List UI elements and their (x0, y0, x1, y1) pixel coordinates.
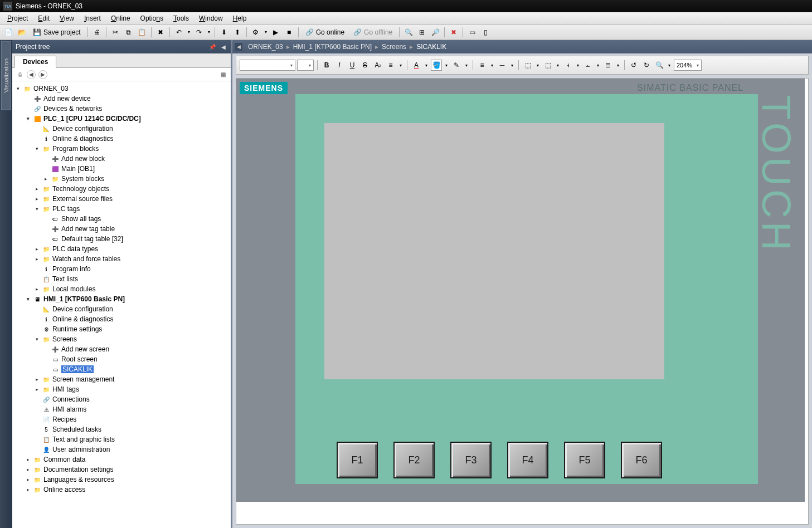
border-button[interactable]: ─ (497, 60, 508, 71)
distribute-dropdown[interactable]: ▾ (595, 60, 601, 71)
tree-sicaklik-screen[interactable]: ▭SICAKLIK (12, 364, 231, 374)
go-offline-button[interactable]: 🔗 Go offline (349, 26, 396, 38)
cut-button[interactable]: ✂ (109, 26, 121, 38)
menu-online[interactable]: Online (106, 13, 135, 23)
open-project-button[interactable]: 📂 (16, 26, 28, 38)
align-button[interactable]: ≡ (476, 60, 488, 71)
font-family-combo[interactable]: ▾ (240, 60, 295, 71)
tree-recipes[interactable]: 📄Recipes (12, 414, 231, 424)
close-button[interactable]: ✖ (448, 26, 460, 38)
redo-dropdown[interactable]: ▾ (206, 26, 212, 38)
menu-project[interactable]: Project (2, 13, 33, 23)
download-button[interactable]: ⬇ (218, 26, 230, 38)
fkey-f3[interactable]: F3 (450, 442, 492, 478)
tree-hmi-online[interactable]: ℹOnline & diagnostics (12, 314, 231, 324)
layers-button[interactable]: ≣ (602, 60, 614, 71)
tree-online-diag[interactable]: ℹOnline & diagnostics (12, 134, 231, 144)
tree-hmi[interactable]: ▾🖥HMI_1 [KTP600 Basic PN] (12, 294, 231, 304)
undo-button[interactable]: ↶ (173, 26, 185, 38)
devices-tab[interactable]: Devices (14, 56, 56, 68)
menu-tools[interactable]: Tools (168, 13, 194, 23)
undo-dropdown[interactable]: ▾ (186, 26, 192, 38)
tree-connections[interactable]: 🔗Connections (12, 394, 231, 404)
italic-button[interactable]: I (334, 60, 345, 71)
editor-canvas[interactable]: SIEMENS SIMATIC BASIC PANEL TOUCH F1 F2 … (236, 78, 809, 525)
tree-lang-resources[interactable]: ▸📁Languages & resources (12, 475, 231, 485)
strike-button[interactable]: S (359, 60, 371, 71)
tree-plc-tags[interactable]: ▾📁PLC tags (12, 204, 231, 214)
bc-back-icon[interactable]: ◀ (235, 43, 242, 51)
menu-options[interactable]: Options (135, 13, 168, 23)
send-back-dropdown[interactable]: ▾ (555, 60, 561, 71)
underline-button[interactable]: U (347, 60, 358, 71)
tree-scheduled-tasks[interactable]: 5Scheduled tasks (12, 424, 231, 434)
print-button[interactable]: 🖨 (91, 26, 103, 38)
tree-add-device[interactable]: ➕Add new device (12, 94, 231, 104)
tree-common-data[interactable]: ▸📁Common data (12, 454, 231, 465)
zoom-fit-dropdown[interactable]: ▾ (667, 60, 672, 71)
tree-main-ob1[interactable]: 🟪Main [OB1] (12, 164, 231, 174)
layers-dropdown[interactable]: ▾ (615, 60, 621, 71)
visualization-side-tab[interactable]: Visualization (1, 41, 11, 110)
fkey-f2[interactable]: F2 (393, 442, 435, 478)
new-project-button[interactable]: 📄 (2, 26, 14, 38)
tree-new-icon[interactable]: ⎙ (16, 70, 24, 79)
search-button[interactable]: 🔎 (429, 26, 441, 38)
tree-add-block[interactable]: ➕Add new block (12, 154, 231, 164)
tree-screen-mgmt[interactable]: ▸📁Screen management (12, 374, 231, 384)
menu-window[interactable]: Window (194, 13, 228, 23)
paste-button[interactable]: 📋 (136, 26, 148, 38)
tree-device-config[interactable]: 📐Device configuration (12, 124, 231, 134)
breadcrumb-0[interactable]: ORNEK_03 (248, 43, 283, 51)
tree-collapse-icon[interactable]: ▦ (219, 70, 227, 79)
accessible-devices-button[interactable]: 🔍 (402, 26, 415, 38)
border-dropdown[interactable]: ▾ (509, 60, 515, 71)
zoom-fit-button[interactable]: 🔍 (654, 60, 665, 71)
tree-local-modules[interactable]: ▸📁Local modules (12, 284, 231, 294)
split-vertical-button[interactable]: ▯ (479, 26, 492, 38)
split-horizontal-button[interactable]: ▭ (466, 26, 478, 38)
tree-default-tag-table[interactable]: 🏷Default tag table [32] (12, 234, 231, 244)
tree-hmi-alarms[interactable]: ⚠HMI alarms (12, 404, 231, 414)
tree-fwd-icon[interactable]: ▶ (38, 70, 47, 79)
tree-ext-src[interactable]: ▸📁External source files (12, 194, 231, 204)
breadcrumb-1[interactable]: HMI_1 [KTP600 Basic PN] (293, 43, 372, 51)
tree-online-access[interactable]: ▸📁Online access (12, 485, 231, 495)
pin-icon[interactable]: 📌 (208, 43, 216, 51)
go-online-button[interactable]: 🔗 Go online (302, 26, 348, 38)
tree-program-blocks[interactable]: ▾📁Program blocks (12, 144, 231, 154)
tree-tech-obj[interactable]: ▸📁Technology objects (12, 184, 231, 194)
text-dropdown[interactable]: ▾ (398, 60, 403, 71)
start-runtime-button[interactable]: ▶ (270, 26, 282, 38)
delete-button[interactable]: ✖ (154, 26, 167, 38)
fill-color-dropdown[interactable]: ▾ (444, 60, 449, 71)
send-back-button[interactable]: ⬚ (542, 60, 553, 71)
tree-hmi-devcfg[interactable]: 📐Device configuration (12, 304, 231, 314)
align-dropdown[interactable]: ▾ (489, 60, 495, 71)
tree-watch-force[interactable]: ▸📁Watch and force tables (12, 254, 231, 264)
tree-runtime-settings[interactable]: ⚙Runtime settings (12, 324, 231, 334)
tree-add-tag-table[interactable]: ➕Add new tag table (12, 224, 231, 234)
zoom-combo[interactable]: 204%▾ (674, 60, 702, 71)
menu-help[interactable]: Help (228, 13, 252, 23)
menu-view[interactable]: View (55, 13, 79, 23)
tree-program-info[interactable]: ℹProgram info (12, 264, 231, 274)
rotate-right-button[interactable]: ↻ (641, 60, 652, 71)
menu-insert[interactable]: Insert (79, 13, 106, 23)
upload-button[interactable]: ⬆ (231, 26, 244, 38)
hmi-screen-area[interactable] (324, 123, 664, 379)
bold-button[interactable]: B (321, 60, 332, 71)
tree-system-blocks[interactable]: ▸📁System blocks (12, 174, 231, 184)
copy-button[interactable]: ⧉ (123, 26, 135, 38)
tree-hmi-tags[interactable]: ▸📁HMI tags (12, 384, 231, 394)
text-props-button[interactable]: ≡ (385, 60, 396, 71)
breadcrumb-2[interactable]: Screens (382, 43, 406, 51)
font-color-button[interactable]: A (411, 60, 422, 71)
breadcrumb-3[interactable]: SICAKLIK (416, 43, 446, 51)
align-obj-button[interactable]: ⫞ (562, 60, 573, 71)
redo-button[interactable]: ↷ (193, 26, 205, 38)
tree-text-lists[interactable]: 📋Text lists (12, 274, 231, 284)
fkey-f4[interactable]: F4 (507, 442, 548, 478)
menu-edit[interactable]: Edit (33, 13, 55, 23)
tree-text-graphic[interactable]: 📋Text and graphic lists (12, 434, 231, 444)
